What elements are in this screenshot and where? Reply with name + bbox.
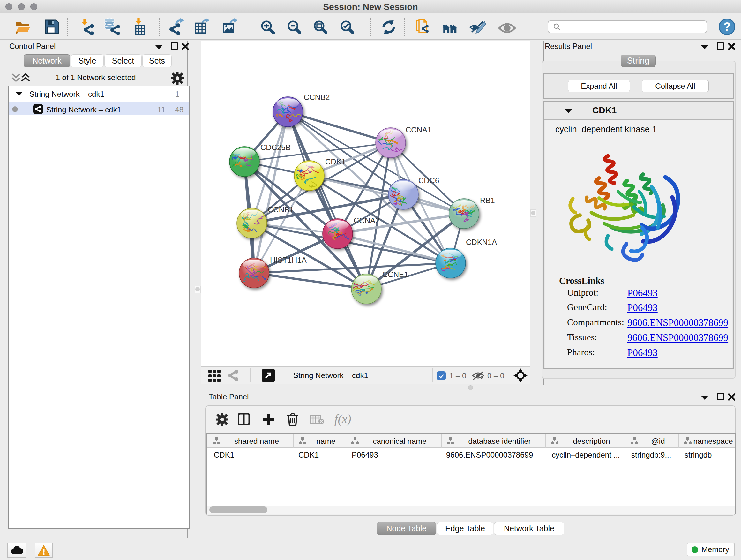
svg-text:CDC6: CDC6: [418, 176, 439, 185]
svg-text:CCNB2: CCNB2: [304, 93, 330, 102]
svg-text:CDKN1A: CDKN1A: [466, 238, 497, 246]
svg-text:CCNA2: CCNA2: [354, 216, 380, 225]
svg-text:HIST1H1A: HIST1H1A: [270, 256, 307, 264]
svg-text:CDC25B: CDC25B: [260, 143, 291, 152]
svg-text:RB1: RB1: [480, 196, 495, 205]
svg-text:CCNB1: CCNB1: [268, 205, 293, 214]
svg-text:CCNA1: CCNA1: [406, 125, 431, 134]
svg-text:CDK1: CDK1: [325, 158, 346, 166]
svg-text:CCNE1: CCNE1: [382, 270, 408, 279]
